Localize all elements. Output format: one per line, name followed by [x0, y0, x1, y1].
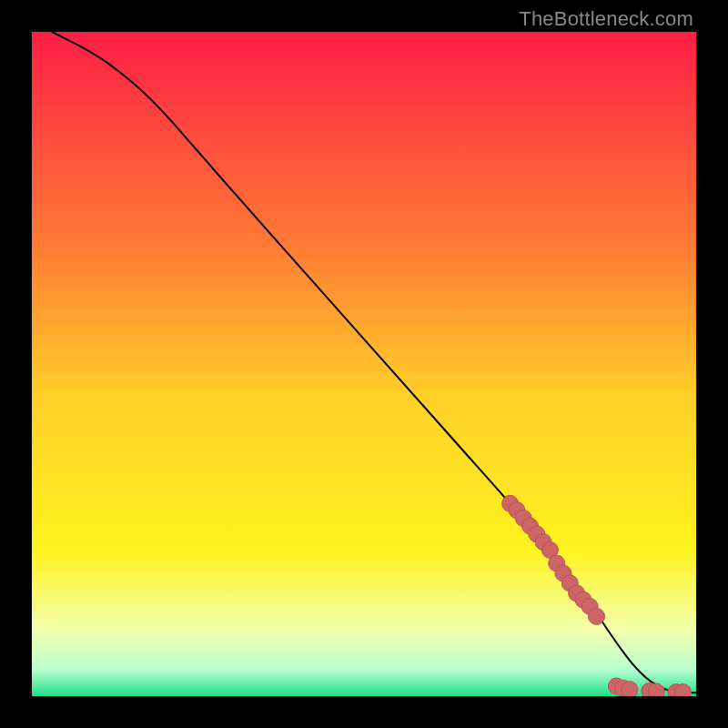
- data-marker: [648, 683, 664, 696]
- gradient-background: [32, 32, 696, 696]
- chart-svg: [32, 32, 696, 696]
- data-marker: [622, 682, 638, 696]
- data-marker: [589, 608, 605, 624]
- chart-frame: TheBottleneck.com: [0, 0, 728, 728]
- data-marker: [674, 684, 691, 696]
- plot-area: [32, 32, 696, 696]
- watermark-text: TheBottleneck.com: [519, 7, 693, 31]
